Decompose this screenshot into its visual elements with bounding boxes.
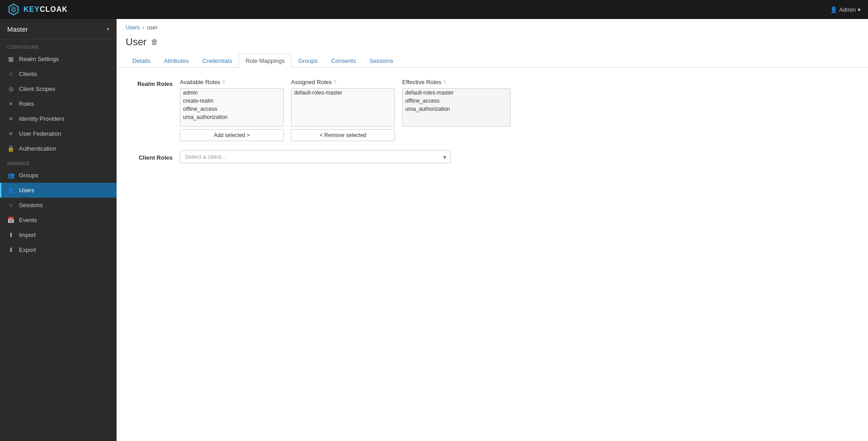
assigned-roles-help-icon: ?: [333, 80, 336, 85]
sidebar-item-label: Export: [19, 247, 36, 253]
assigned-roles-label: Assigned Roles: [291, 79, 332, 85]
assigned-roles-header: Assigned Roles ?: [291, 79, 395, 85]
sidebar-item-label: Sessions: [19, 202, 43, 209]
available-roles-listbox[interactable]: admin create-realm offline_access uma_au…: [180, 88, 284, 127]
sidebar-item-user-federation[interactable]: ≡ User Federation: [0, 126, 117, 141]
user-icon: 👤: [830, 6, 837, 13]
tab-groups[interactable]: Groups: [291, 53, 324, 68]
admin-chevron-icon: ▾: [858, 6, 861, 13]
user-federation-icon: ≡: [7, 130, 14, 137]
client-roles-label: Client Roles: [126, 152, 180, 161]
sidebar-item-identity-providers[interactable]: ≡ Identity Providers: [0, 111, 117, 126]
sidebar-item-import[interactable]: ⬆ Import: [0, 228, 117, 242]
grid-icon: ▦: [7, 56, 14, 62]
authentication-icon: 🔒: [7, 145, 14, 152]
sidebar-item-label: Realm Settings: [19, 56, 59, 62]
sidebar-item-label: Import: [19, 232, 36, 238]
breadcrumb-current: user: [147, 24, 157, 31]
effective-roles-group: Effective Roles ? default-roles-master o…: [402, 79, 511, 127]
sidebar-item-events[interactable]: 📅 Events: [0, 213, 117, 228]
svg-marker-1: [11, 6, 16, 13]
admin-label: Admin: [839, 6, 856, 13]
manage-section-label: Manage: [0, 156, 117, 168]
client-scopes-icon: ◎: [7, 85, 14, 92]
sidebar-item-label: Client Scopes: [19, 85, 55, 92]
users-icon: 👤: [7, 187, 14, 194]
breadcrumb-users-link[interactable]: Users: [126, 24, 140, 31]
tab-role-mappings[interactable]: Role Mappings: [239, 53, 291, 68]
role-columns: Available Roles ? admin create-realm off…: [180, 79, 511, 141]
effective-role-default: default-roles-master: [403, 89, 510, 97]
logo-area: KEYCLOAK: [7, 3, 68, 16]
logo-text: KEYCLOAK: [23, 5, 68, 14]
sidebar-item-label: Users: [19, 187, 34, 194]
tab-sessions[interactable]: Sessions: [363, 53, 400, 68]
sidebar-item-label: Events: [19, 217, 37, 223]
tabs-bar: Details Attributes Credentials Role Mapp…: [117, 53, 868, 68]
available-role-uma[interactable]: uma_authorization: [180, 113, 283, 121]
sidebar-item-label: Authentication: [19, 145, 56, 152]
effective-roles-label: Effective Roles: [402, 79, 441, 85]
sidebar-item-groups[interactable]: 👥 Groups: [0, 168, 117, 183]
sidebar-item-client-scopes[interactable]: ◎ Client Scopes: [0, 81, 117, 96]
available-roles-header: Available Roles ?: [180, 79, 284, 85]
delete-user-icon[interactable]: 🗑: [151, 38, 158, 46]
available-roles-group: Available Roles ? admin create-realm off…: [180, 79, 284, 141]
assigned-roles-listbox[interactable]: default-roles-master: [291, 88, 395, 127]
tab-attributes[interactable]: Attributes: [157, 53, 196, 68]
realm-roles-label: Realm Roles: [126, 79, 180, 87]
sidebar-item-roles[interactable]: ≡ Roles: [0, 96, 117, 111]
add-selected-button[interactable]: Add selected >: [180, 129, 284, 141]
breadcrumb: Users › user: [117, 19, 868, 34]
sidebar-item-label: User Federation: [19, 130, 61, 137]
keycloak-logo-icon: [7, 3, 20, 16]
effective-roles-help-icon: ?: [443, 80, 446, 85]
effective-roles-header: Effective Roles ?: [402, 79, 511, 85]
assigned-role-default[interactable]: default-roles-master: [291, 89, 394, 97]
tab-consents[interactable]: Consents: [324, 53, 363, 68]
client-select[interactable]: Select a client...: [180, 150, 451, 163]
identity-providers-icon: ≡: [7, 115, 14, 122]
realm-selector[interactable]: Master ▾: [0, 19, 117, 40]
breadcrumb-separator: ›: [142, 24, 144, 31]
sidebar-item-users[interactable]: 👤 Users: [0, 183, 117, 198]
effective-roles-listbox[interactable]: default-roles-master offline_access uma_…: [402, 88, 511, 127]
available-role-admin[interactable]: admin: [180, 89, 283, 97]
sidebar-item-realm-settings[interactable]: ▦ Realm Settings: [0, 52, 117, 66]
assigned-roles-group: Assigned Roles ? default-roles-master < …: [291, 79, 395, 141]
realm-chevron-icon: ▾: [107, 26, 109, 32]
available-role-create-realm[interactable]: create-realm: [180, 97, 283, 105]
available-roles-label: Available Roles: [180, 79, 220, 85]
page-header: User 🗑: [117, 34, 868, 53]
sidebar-item-sessions[interactable]: ○ Sessions: [0, 198, 117, 213]
clients-icon: ○: [7, 71, 14, 77]
content-area: Users › user User 🗑 Details Attributes C…: [117, 19, 868, 441]
main-layout: Master ▾ Configure ▦ Realm Settings ○ Cl…: [0, 19, 868, 441]
role-mappings-content: Realm Roles Available Roles ? admin crea…: [117, 68, 868, 174]
effective-role-offline: offline_access: [403, 97, 510, 105]
sidebar-item-label: Identity Providers: [19, 115, 64, 122]
page-title: User: [126, 36, 146, 48]
events-icon: 📅: [7, 217, 14, 223]
sidebar-item-authentication[interactable]: 🔒 Authentication: [0, 141, 117, 156]
tab-details[interactable]: Details: [126, 53, 157, 68]
import-icon: ⬆: [7, 232, 14, 238]
sidebar-item-clients[interactable]: ○ Clients: [0, 66, 117, 81]
tab-credentials[interactable]: Credentials: [196, 53, 239, 68]
available-role-offline-access[interactable]: offline_access: [180, 105, 283, 113]
client-select-wrapper: Select a client... ▾: [180, 150, 451, 163]
configure-section-label: Configure: [0, 40, 117, 52]
sidebar-item-label: Groups: [19, 172, 38, 179]
available-roles-help-icon: ?: [222, 80, 225, 85]
roles-icon: ≡: [7, 100, 14, 107]
client-roles-row: Client Roles Select a client... ▾: [126, 150, 859, 163]
remove-selected-button[interactable]: < Remove selected: [291, 129, 395, 141]
sidebar-item-label: Clients: [19, 71, 37, 77]
sidebar: Master ▾ Configure ▦ Realm Settings ○ Cl…: [0, 19, 117, 441]
top-header: KEYCLOAK 👤 Admin ▾: [0, 0, 868, 19]
realm-roles-row: Realm Roles Available Roles ? admin crea…: [126, 79, 859, 141]
sidebar-item-export[interactable]: ⬇ Export: [0, 242, 117, 257]
groups-icon: 👥: [7, 172, 14, 179]
export-icon: ⬇: [7, 247, 14, 253]
admin-menu[interactable]: 👤 Admin ▾: [830, 6, 861, 13]
